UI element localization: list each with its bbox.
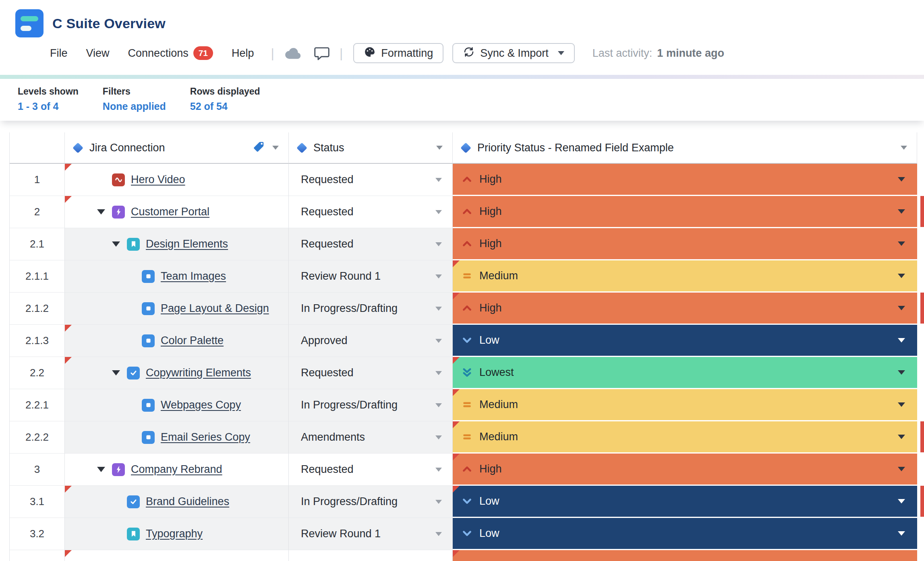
row-number-cell[interactable]: 3 [10,454,65,486]
expand-arrow-icon[interactable] [112,241,120,247]
task-name-cell[interactable] [65,550,289,561]
priority-cell[interactable]: High [453,228,917,260]
task-name-cell[interactable]: Design Elements [65,228,289,260]
task-link[interactable]: Webpages Copy [161,399,241,411]
priority-cell[interactable]: Medium [453,421,917,454]
status-cell[interactable]: Requested [289,196,453,228]
task-name-cell[interactable]: Customer Portal [65,196,289,228]
chevron-down-icon[interactable] [435,468,442,472]
cloud-sync-status-icon[interactable] [285,47,302,60]
row-number-cell[interactable]: 3.1 [10,486,65,518]
chevron-down-icon[interactable] [898,338,905,342]
task-link[interactable]: Page Layout & Design [161,302,269,315]
levels-shown-value[interactable]: 1 - 3 of 4 [18,101,79,112]
task-name-cell[interactable]: Typography [65,518,289,550]
chevron-down-icon[interactable] [435,274,442,278]
task-name-cell[interactable]: Copywriting Elements [65,357,289,389]
row-number-cell[interactable]: 3.2 [10,518,65,550]
expand-arrow-icon[interactable] [97,467,105,472]
expand-arrow-icon[interactable] [112,370,120,375]
row-number-cell[interactable]: 2.2 [10,357,65,389]
row-number-cell[interactable]: 2.1.2 [10,293,65,325]
chevron-down-icon[interactable] [898,274,905,278]
task-name-cell[interactable]: Hero Video [65,164,289,196]
rows-displayed-value[interactable]: 52 of 54 [190,101,260,112]
row-number-cell[interactable]: 1 [10,164,65,196]
priority-cell[interactable]: Medium [453,260,917,293]
row-number-cell[interactable]: 2.1 [10,228,65,260]
chevron-down-icon[interactable] [435,178,442,182]
chevron-down-icon[interactable] [272,146,279,150]
status-cell[interactable]: Requested [289,228,453,260]
chevron-down-icon[interactable] [898,177,905,182]
chevron-down-icon[interactable] [898,435,905,439]
chevron-down-icon[interactable] [435,435,442,439]
status-cell[interactable]: In Progress/Drafting [289,293,453,325]
status-cell[interactable]: Review Round 1 [289,260,453,293]
chevron-down-icon[interactable] [435,371,442,375]
chevron-down-icon[interactable] [435,210,442,214]
status-cell[interactable]: Approved [289,325,453,357]
task-link[interactable]: Design Elements [146,238,228,250]
row-number-cell[interactable]: 2.1.1 [10,260,65,293]
status-cell[interactable]: Amendments [289,421,453,454]
chevron-down-icon[interactable] [898,370,905,375]
chevron-down-icon[interactable] [898,209,905,214]
status-cell[interactable]: Requested [289,357,453,389]
task-name-cell[interactable]: Team Images [65,260,289,293]
task-link[interactable]: Company Rebrand [131,463,222,476]
column-header-priority[interactable]: Priority Status - Renamed Field Example [453,132,917,164]
chevron-down-icon[interactable] [435,339,442,343]
status-cell[interactable]: In Progress/Drafting [289,486,453,518]
task-name-cell[interactable]: Brand Guidelines [65,486,289,518]
priority-cell[interactable]: Lowest [453,357,917,389]
status-cell[interactable]: In Progress/Drafting [289,389,453,421]
priority-cell[interactable]: High [453,550,917,561]
priority-cell[interactable]: Low [453,518,917,550]
chevron-down-icon[interactable] [898,499,905,503]
chevron-down-icon[interactable] [435,403,442,407]
menu-help[interactable]: Help [232,47,254,60]
task-name-cell[interactable]: Color Palette [65,325,289,357]
task-link[interactable]: Brand Guidelines [146,495,229,508]
status-cell[interactable]: Requested [289,454,453,486]
tag-icon[interactable] [253,140,265,155]
sync-import-button[interactable]: Sync & Import [452,43,575,63]
chevron-down-icon[interactable] [435,307,442,311]
filters-value[interactable]: None applied [103,101,166,112]
menu-view[interactable]: View [86,47,110,60]
column-header-status[interactable]: Status [289,132,453,164]
chevron-down-icon[interactable] [898,402,905,407]
chevron-down-icon[interactable] [435,532,442,536]
task-name-cell[interactable]: Page Layout & Design [65,293,289,325]
priority-cell[interactable]: High [453,293,917,325]
row-number-cell[interactable] [10,550,65,561]
priority-cell[interactable]: High [453,196,917,228]
formatting-button[interactable]: Formatting [353,43,443,63]
priority-cell[interactable]: Medium [453,389,917,421]
row-number-cell[interactable]: 2.1.3 [10,325,65,357]
task-link[interactable]: Hero Video [131,173,185,186]
task-link[interactable]: Typography [146,528,203,540]
chevron-down-icon[interactable] [435,500,442,504]
task-link[interactable]: Copywriting Elements [146,367,251,379]
task-name-cell[interactable]: Email Series Copy [65,421,289,454]
chevron-down-icon[interactable] [435,242,442,246]
menu-connections[interactable]: Connections 71 [128,46,213,60]
row-number-cell[interactable]: 2.2.1 [10,389,65,421]
task-link[interactable]: Team Images [161,270,226,283]
row-number-cell[interactable]: 2.2.2 [10,421,65,454]
task-link[interactable]: Email Series Copy [161,431,250,443]
chevron-down-icon[interactable] [436,146,443,150]
chevron-down-icon[interactable] [898,467,905,471]
menu-file[interactable]: File [50,47,68,60]
chevron-down-icon[interactable] [898,306,905,310]
task-name-cell[interactable]: Company Rebrand [65,454,289,486]
row-number-cell[interactable]: 2 [10,196,65,228]
priority-cell[interactable]: Low [453,325,917,357]
task-link[interactable]: Customer Portal [131,206,209,218]
task-link[interactable]: Color Palette [161,334,224,347]
priority-cell[interactable]: High [453,164,917,196]
chevron-down-icon[interactable] [898,531,905,536]
status-cell[interactable]: Review Round 1 [289,518,453,550]
